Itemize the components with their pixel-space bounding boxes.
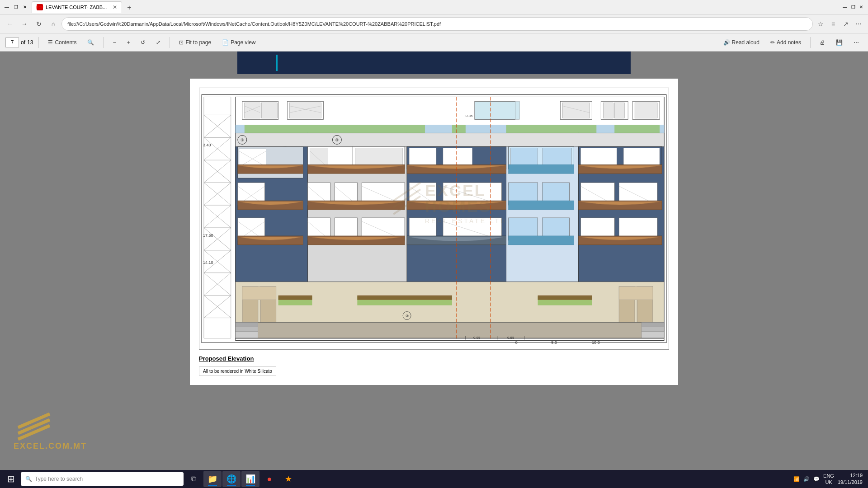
file-explorer-icon: 📁: [208, 474, 217, 484]
navigation-bar: ← → ↻ ⌂ file:///C:/Users/Godwin%20Darman…: [0, 14, 868, 33]
svg-rect-155: [236, 323, 258, 327]
page-number-input[interactable]: [5, 38, 19, 47]
legend-box: All to be rendered in White Silicato: [199, 366, 276, 376]
svg-rect-154: [236, 323, 664, 338]
excel-button[interactable]: 📊: [241, 471, 259, 487]
more-tools-button[interactable]: ⋯: [850, 36, 863, 49]
taskbar-apps: ⧉ 📁 🌐 📊 ● ★: [184, 471, 789, 487]
read-aloud-button[interactable]: 🔊 Read aloud: [720, 36, 763, 49]
browser-minimize-button[interactable]: —: [842, 4, 848, 10]
active-tab[interactable]: PDF LEVANTE COURT- ZABB... ✕: [32, 1, 122, 13]
svg-text:17.50: 17.50: [203, 233, 213, 238]
chrome-button[interactable]: ●: [260, 471, 278, 487]
address-bar[interactable]: file:///C:/Users/Godwin%20Darmanin/AppDa…: [61, 17, 813, 31]
taskbar-search-placeholder: Type here to search: [35, 476, 83, 482]
rotate-button[interactable]: ↺: [137, 36, 149, 49]
excel-icon: 📊: [245, 474, 255, 484]
fit-to-page-button[interactable]: ⊡ Fit to page: [175, 36, 215, 49]
search-icon: 🔍: [87, 39, 94, 46]
systray-language[interactable]: ENG UK: [823, 473, 834, 486]
start-button[interactable]: ⊞: [2, 471, 20, 487]
svg-rect-156: [236, 327, 258, 332]
svg-text:5.0: 5.0: [552, 340, 557, 345]
volume-icon: 🔊: [803, 476, 810, 482]
svg-text:HOMES: HOMES: [425, 197, 491, 216]
minimize-button[interactable]: —: [4, 4, 10, 10]
close-button[interactable]: ✕: [22, 4, 28, 10]
page-view-button[interactable]: 📄 Page view: [218, 36, 259, 49]
file-explorer-button[interactable]: 📁: [203, 471, 222, 487]
pdf-toolbar: of 13 ☰ Contents 🔍 − + ↺ ⤢ ⊡ Fit to page…: [0, 33, 868, 52]
nav-actions: ☆ ≡ ↗ ⋯: [815, 18, 864, 30]
svg-rect-59: [614, 125, 660, 133]
toolbar-divider-4: [810, 37, 811, 48]
collections-button[interactable]: ≡: [827, 18, 839, 30]
search-button[interactable]: 🔍: [84, 36, 98, 49]
svg-rect-153: [538, 296, 592, 300]
taskbar-search[interactable]: 🔍 Type here to search: [21, 472, 184, 486]
svg-text:0: 0: [515, 340, 518, 345]
date-label: 19/11/2019: [838, 479, 863, 486]
fullscreen-button[interactable]: ⤢: [152, 36, 164, 49]
drawing-label: Proposed Elevation: [199, 355, 254, 362]
svg-rect-37: [245, 103, 260, 118]
svg-rect-90: [509, 164, 574, 174]
svg-text:14.10: 14.10: [203, 260, 213, 265]
restore-button[interactable]: ❐: [13, 4, 19, 10]
svg-rect-73: [239, 149, 266, 167]
contents-button[interactable]: ☰ Contents: [44, 36, 80, 49]
taskbar-search-icon: 🔍: [25, 476, 32, 482]
notification-icon: 💬: [813, 476, 820, 482]
zoom-out-button[interactable]: −: [109, 36, 119, 49]
edge-icon: 🌐: [226, 474, 236, 484]
corner-logo: EXCEL.COM.MT: [14, 405, 86, 452]
region-label: UK: [823, 479, 834, 485]
edge-browser-button[interactable]: 🌐: [222, 471, 241, 487]
back-button[interactable]: ←: [4, 18, 16, 30]
svg-rect-160: [642, 332, 664, 338]
save-button[interactable]: 💾: [832, 36, 846, 49]
browser-close-button[interactable]: ✕: [858, 4, 864, 10]
tab-favicon: PDF: [37, 4, 43, 10]
svg-rect-142: [242, 286, 276, 300]
read-aloud-icon: 🔊: [723, 39, 730, 46]
app6-button[interactable]: ★: [279, 471, 297, 487]
print-button[interactable]: 🖨: [816, 36, 829, 49]
fit-page-icon: ⊡: [179, 39, 184, 46]
add-notes-button[interactable]: ✏ Add notes: [767, 36, 805, 49]
save-icon: 💾: [836, 39, 843, 46]
notes-icon: ✏: [770, 39, 775, 46]
address-text: file:///C:/Users/Godwin%20Darmanin/AppDa…: [67, 21, 807, 27]
share-button[interactable]: ↗: [840, 18, 852, 30]
time-block[interactable]: 12:19 19/11/2019: [838, 472, 863, 486]
svg-rect-137: [509, 236, 574, 245]
svg-rect-144: [278, 296, 312, 300]
svg-rect-45: [475, 102, 515, 120]
network-icon: 📶: [793, 476, 800, 482]
taskview-button[interactable]: ⧉: [184, 471, 203, 487]
print-icon: 🖨: [820, 39, 825, 46]
svg-text:REAL ESTATE LTD: REAL ESTATE LTD: [425, 217, 507, 225]
tab-close-button[interactable]: ✕: [113, 4, 117, 10]
systray-network[interactable]: 📶: [793, 476, 800, 482]
forward-button[interactable]: →: [18, 18, 31, 30]
settings-button[interactable]: ⋯: [853, 18, 864, 30]
page-info: of 13: [5, 38, 33, 47]
zoom-in-icon: +: [127, 39, 130, 46]
home-button[interactable]: ⌂: [47, 18, 60, 30]
toolbar-divider-3: [170, 37, 170, 48]
svg-text:EXCEL.COM.MT: EXCEL.COM.MT: [14, 441, 86, 450]
elevation-svg: 3.40 17.50 14.10: [199, 88, 669, 349]
toolbar-divider-2: [103, 37, 104, 48]
page-total: 13: [27, 39, 33, 46]
zoom-in-button[interactable]: +: [123, 36, 133, 49]
systray-volume[interactable]: 🔊: [803, 476, 810, 482]
new-tab-button[interactable]: +: [124, 2, 135, 13]
bookmark-button[interactable]: ☆: [815, 18, 826, 30]
taskview-icon: ⧉: [191, 475, 196, 483]
svg-rect-51: [603, 103, 613, 118]
systray-notifications[interactable]: 💬: [813, 476, 820, 482]
browser-restore-button[interactable]: ❐: [850, 4, 856, 10]
refresh-button[interactable]: ↻: [33, 18, 45, 30]
drawing-container: 3.40 17.50 14.10: [199, 88, 669, 350]
